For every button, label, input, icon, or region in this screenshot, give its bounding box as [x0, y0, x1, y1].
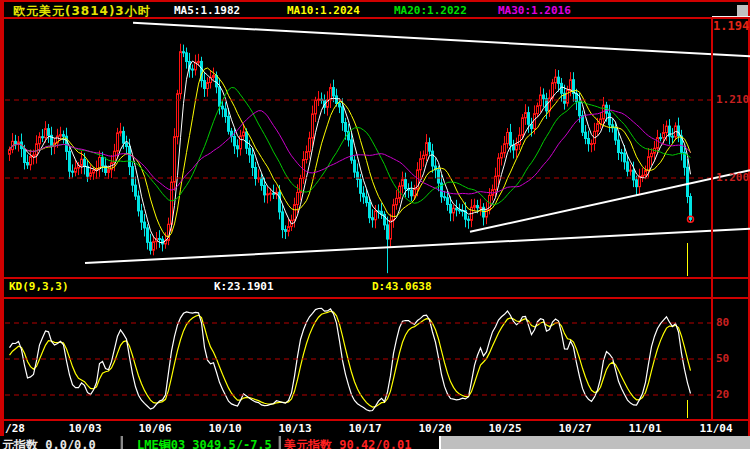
kd-chart-bottom-line [0, 419, 750, 421]
status-bar-item[interactable]: LME铜03 3049.5/-7.5 [137, 437, 272, 449]
status-bar-item[interactable]: 美元指数 90.42/0.01 [284, 437, 411, 449]
kd-tick-label: 80 [716, 316, 729, 329]
kd-indicator-strip: KD(9,3,3) K:23.1901 D:43.0638 [4, 280, 748, 297]
price-axis-line [711, 18, 713, 420]
kd-k-value: K:23.1901 [214, 280, 274, 293]
date-axis: /2810/0310/0610/1010/1310/1710/2010/2510… [0, 422, 750, 436]
date-label: 10/13 [278, 422, 311, 435]
price-chart-canvas[interactable] [0, 0, 750, 449]
price-tick-label: 1.2100 [716, 93, 750, 106]
status-bar-item[interactable]: 元指数 0.0/0.0 [2, 437, 96, 449]
chart-app-window: 欧元美元(3814)3小时 MA5:1.1982MA10:1.2024MA20:… [0, 0, 750, 449]
kd-strip-bottom-line [0, 297, 750, 299]
date-label: 10/25 [488, 422, 521, 435]
date-label: 10/20 [418, 422, 451, 435]
date-label: 10/06 [138, 422, 171, 435]
status-bar-divider [278, 436, 281, 449]
kd-d-value: D:43.0638 [372, 280, 432, 293]
kd-tick-label: 20 [716, 388, 729, 401]
date-label: 10/27 [558, 422, 591, 435]
status-bar-empty-panel [439, 436, 750, 449]
status-bar: 元指数 0.0/0.0LME铜03 3049.5/-7.5美元指数 90.42/… [0, 436, 750, 449]
kd-tick-label: 50 [716, 352, 729, 365]
date-label: 10/17 [348, 422, 381, 435]
last-price-label: 1.1947 [713, 19, 750, 33]
kd-strip-top-line [0, 277, 750, 279]
kd-indicator-label: KD(9,3,3) [9, 280, 69, 293]
status-bar-divider [120, 436, 123, 449]
date-label: /28 [5, 422, 25, 435]
date-label: 10/03 [68, 422, 101, 435]
date-label: 10/10 [208, 422, 241, 435]
date-label: 11/04 [699, 422, 732, 435]
date-label: 11/01 [628, 422, 661, 435]
price-tick-label: 1.2000 [716, 171, 750, 184]
